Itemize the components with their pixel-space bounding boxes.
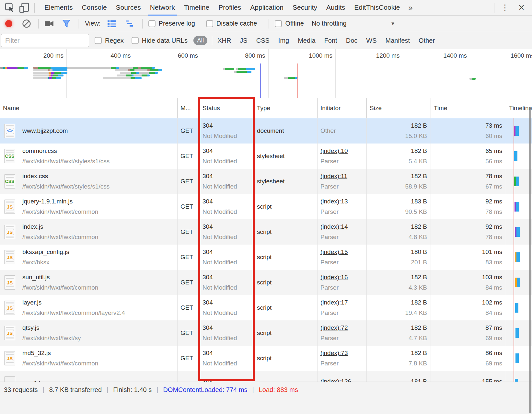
more-tabs-chevron-icon[interactable]: » — [409, 3, 413, 12]
table-row[interactable]: JSsun_util.js/fwxt/skin/fwxt/fwxt/common… — [0, 270, 532, 295]
tab-timeline[interactable]: Timeline — [179, 0, 214, 16]
vertical-scrollbar[interactable] — [529, 107, 531, 413]
preserve-log-label: Preserve log — [159, 20, 195, 27]
size-cell-subvalue: 4.3 KB — [409, 284, 427, 291]
method-cell — [178, 371, 200, 382]
tab-editthiscookie[interactable]: EditThisCookie — [350, 0, 404, 16]
view-waterfall-icon[interactable] — [125, 19, 134, 28]
filter-type-all[interactable]: All — [193, 36, 207, 45]
screenshot-camera-icon[interactable] — [44, 20, 54, 28]
table-row[interactable]: CSScommon.css/fwxt/skin/fwxt/fwxt/styles… — [0, 144, 532, 169]
initiator-cell-value[interactable]: (index):11 — [320, 173, 366, 179]
request-path: /fwxt/bksx — [22, 259, 69, 266]
initiator-cell-value[interactable]: (index):15 — [320, 249, 366, 255]
method-value: GET — [180, 330, 193, 336]
table-row[interactable]: <>www.bjjzzpt.comGET304Not Modifieddocum… — [0, 118, 532, 144]
table-row[interactable]: JSmd5_32.js/fwxt/skin/fwxt/fwxt/commonGE… — [0, 346, 532, 371]
column-header-size[interactable]: Size — [367, 98, 431, 118]
request-name-text: qtsy.js — [22, 325, 81, 331]
record-button[interactable] — [5, 20, 12, 27]
filter-type-img[interactable]: Img — [278, 37, 289, 44]
column-header-label: M... — [180, 105, 191, 112]
hide-data-urls-checkbox-box[interactable] — [132, 37, 139, 44]
table-row[interactable]: JSlayer.js/fwxt/skin/fwxt/fwxt/common/la… — [0, 295, 532, 320]
table-row[interactable]: JSqtsy.js/fwxt/skin/fwxt/fwxt/syGET304No… — [0, 320, 532, 346]
device-toolbar-icon[interactable] — [19, 2, 30, 13]
filter-input[interactable] — [1, 34, 89, 47]
column-header-timeline[interactable]: Timeline — [506, 98, 532, 118]
disable-cache-checkbox-box[interactable] — [206, 20, 213, 27]
column-header-initiator[interactable]: Initiator — [318, 98, 367, 118]
clear-icon[interactable] — [22, 19, 31, 28]
filter-type-ws[interactable]: WS — [366, 37, 376, 44]
filter-funnel-icon[interactable] — [62, 19, 71, 28]
filter-type-manifest[interactable]: Manifest — [385, 37, 410, 44]
filter-type-doc[interactable]: Doc — [346, 37, 358, 44]
column-header-m[interactable]: M... — [178, 98, 200, 118]
request-name: md5_32.js/fwxt/skin/fwxt/fwxt/common — [22, 350, 98, 367]
initiator-cell-value[interactable]: (index):126 — [320, 378, 366, 382]
column-header-type[interactable]: Type — [254, 98, 318, 118]
timeline-cell — [506, 295, 532, 320]
status-cell-subvalue: Not Modified — [202, 310, 254, 316]
toolbar-separator — [38, 19, 39, 29]
disable-cache-checkbox[interactable]: Disable cache — [206, 20, 257, 27]
table-row[interactable]: yzm2.jpg304(index):126181 B155 ms — [0, 371, 532, 382]
initiator-cell-value[interactable]: (index):13 — [320, 198, 366, 205]
tab-application[interactable]: Application — [246, 0, 288, 16]
overview-tick-label: 1400 ms — [443, 52, 470, 59]
initiator-cell-value[interactable]: (index):14 — [320, 224, 366, 230]
view-list-icon[interactable] — [107, 19, 116, 28]
tab-elements[interactable]: Elements — [40, 0, 77, 16]
initiator-cell: (index):13Parser — [318, 194, 367, 219]
size-cell: 181 B — [367, 371, 431, 382]
filter-type-font[interactable]: Font — [324, 37, 337, 44]
timeline-cell — [506, 194, 532, 219]
table-row[interactable]: JSjquery-1.9.1.min.js/fwxt/skin/fwxt/fwx… — [0, 194, 532, 219]
preserve-log-checkbox[interactable]: Preserve log — [148, 20, 195, 27]
tab-console[interactable]: Console — [77, 0, 111, 16]
column-header-name[interactable]: Name — [0, 98, 178, 118]
initiator-cell-value[interactable]: (index):16 — [320, 274, 366, 281]
offline-checkbox-box[interactable] — [275, 20, 282, 27]
type-value: script — [257, 355, 272, 362]
size-cell-subvalue: 15.0 KB — [405, 133, 427, 139]
initiator-cell-value[interactable]: (index):17 — [320, 299, 366, 306]
throttling-select[interactable]: No throttling ▼ — [312, 20, 395, 27]
column-header-time[interactable]: Time — [431, 98, 506, 118]
timeline-overview[interactable]: 200 ms400 ms600 ms800 ms1000 ms1200 ms14… — [0, 49, 532, 98]
tab-network[interactable]: Network — [145, 0, 179, 16]
table-row[interactable]: JSbksxapi_config.js/fwxt/bksxGET304Not M… — [0, 245, 532, 270]
filter-type-js[interactable]: JS — [240, 37, 247, 44]
name-cell: JSjquery-1.9.1.min.js/fwxt/skin/fwxt/fwx… — [0, 194, 178, 219]
tab-audits[interactable]: Audits — [322, 0, 350, 16]
column-header-status[interactable]: Status — [200, 98, 254, 118]
regex-checkbox-box[interactable] — [95, 37, 102, 44]
time-cell-value: 101 ms — [482, 249, 502, 255]
status-separator: | — [252, 386, 254, 394]
time-cell-value: 65 ms — [485, 148, 502, 154]
devtools-tab-bar: ElementsConsoleSourcesNetworkTimelinePro… — [0, 0, 532, 16]
hide-data-urls-checkbox[interactable]: Hide data URLs — [132, 37, 188, 44]
tab-sources[interactable]: Sources — [111, 0, 145, 16]
inspect-element-icon[interactable] — [5, 2, 16, 13]
tab-security[interactable]: Security — [288, 0, 322, 16]
tab-profiles[interactable]: Profiles — [214, 0, 246, 16]
initiator-cell-value[interactable]: (index):72 — [320, 325, 366, 331]
filter-type-css[interactable]: CSS — [256, 37, 270, 44]
kebab-menu-icon[interactable]: ⋮ — [494, 3, 515, 12]
offline-checkbox[interactable]: Offline — [275, 20, 304, 27]
filter-type-media[interactable]: Media — [298, 37, 315, 44]
filter-type-other[interactable]: Other — [419, 37, 435, 44]
status-cell-value: 304 — [202, 249, 254, 255]
table-row[interactable]: CSSindex.css/fwxt/skin/fwxt/fwxt/styles/… — [0, 169, 532, 194]
close-icon[interactable]: ✕ — [515, 3, 532, 12]
method-cell: GET — [178, 169, 200, 194]
filter-type-xhr[interactable]: XHR — [217, 37, 231, 44]
table-row[interactable]: JSindex.js/fwxt/skin/fwxt/fwxt/commonGET… — [0, 219, 532, 245]
preserve-log-checkbox-box[interactable] — [148, 20, 156, 27]
initiator-cell-value[interactable]: (index):73 — [320, 350, 366, 356]
overview-tick-label: 1000 ms — [309, 52, 335, 59]
initiator-cell-value[interactable]: (index):10 — [320, 148, 366, 154]
regex-checkbox[interactable]: Regex — [95, 37, 124, 44]
